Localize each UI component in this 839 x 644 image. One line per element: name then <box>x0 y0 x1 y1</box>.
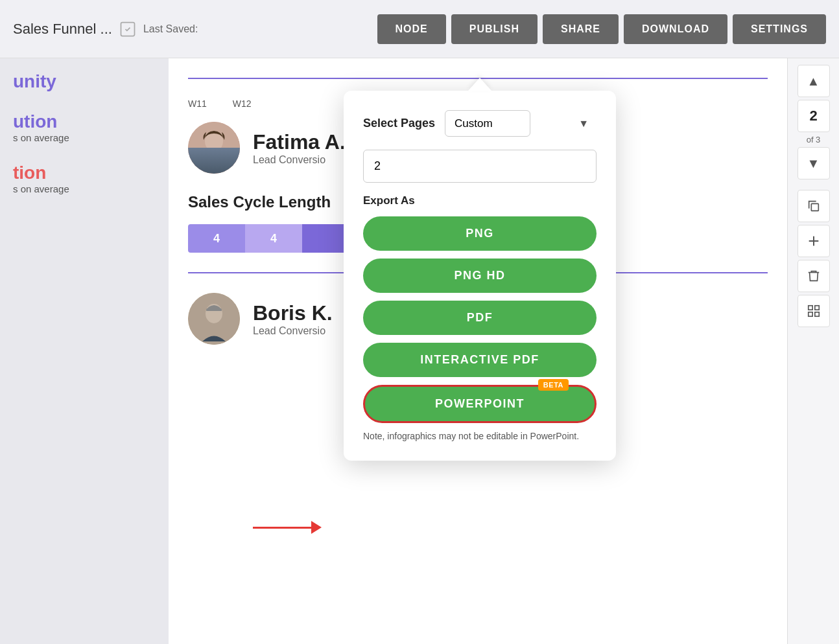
bar-segment-1: 4 <box>188 224 245 253</box>
settings-button[interactable]: SETTINGS <box>733 14 826 44</box>
person-role-boris: Lead Conversio <box>253 325 333 337</box>
svg-rect-12 <box>814 312 818 316</box>
beta-badge: BETA <box>538 379 569 391</box>
person-name-fatima: Fatima A. <box>253 130 346 154</box>
copy-button[interactable] <box>798 190 830 222</box>
png-hd-button[interactable]: PNG HD <box>363 259 597 293</box>
node-button[interactable]: NODE <box>377 14 446 44</box>
sidebar-section-2: tion s on average <box>13 163 156 194</box>
grid-button[interactable] <box>798 295 830 327</box>
of-page-text: of 3 <box>807 135 821 144</box>
grid-icon <box>807 304 821 318</box>
page-number-input[interactable] <box>363 150 597 183</box>
download-button[interactable]: DOWNLOAD <box>624 14 727 44</box>
powerpoint-label: POWERPOINT <box>435 397 525 411</box>
red-arrow <box>253 521 322 534</box>
sidebar-avg-1: s on average <box>13 132 156 143</box>
svg-rect-5 <box>206 308 222 311</box>
powerpoint-button[interactable]: BETA POWERPOINT <box>363 385 597 423</box>
red-arrow-head <box>311 521 322 534</box>
avatar-female-svg <box>188 122 240 174</box>
add-button[interactable] <box>798 225 830 257</box>
avatar-boris <box>188 293 240 345</box>
svg-rect-9 <box>808 306 812 310</box>
pages-dropdown[interactable]: Custom All Pages Current Page <box>445 110 530 137</box>
pdf-button[interactable]: PDF <box>363 301 597 335</box>
red-arrow-line <box>253 527 311 529</box>
scroll-down-button[interactable]: ▼ <box>798 147 830 179</box>
app-title: Sales Funnel ... <box>13 21 112 38</box>
person-info-boris: Boris K. Lead Conversio <box>253 301 333 337</box>
svg-rect-10 <box>814 306 818 310</box>
week-label-w11: W11 <box>188 98 207 109</box>
svg-rect-11 <box>808 312 812 316</box>
svg-point-1 <box>188 122 240 174</box>
bar-segment-2: 4 <box>245 224 302 253</box>
popup-arrow <box>468 78 491 91</box>
interactive-pdf-button[interactable]: INTERACTIVE PDF <box>363 343 597 377</box>
right-panel: ▲ 2 of 3 ▼ <box>787 58 839 644</box>
last-saved-label: Last Saved: <box>143 23 198 35</box>
delete-button[interactable] <box>798 260 830 292</box>
share-button[interactable]: SHARE <box>543 14 619 44</box>
select-pages-row: Select Pages Custom All Pages Current Pa… <box>363 110 597 137</box>
publish-button[interactable]: PUBLISH <box>451 14 538 44</box>
page-indicator: 2 <box>798 100 830 132</box>
top-bar: Sales Funnel ... Last Saved: NODE PUBLIS… <box>0 0 839 58</box>
left-sidebar: unity ution s on average tion s on avera… <box>0 58 169 644</box>
plus-icon <box>807 234 821 248</box>
sidebar-section-1: ution s on average <box>13 111 156 143</box>
select-pages-label: Select Pages <box>363 117 435 130</box>
title-area: Sales Funnel ... Last Saved: <box>13 20 224 38</box>
current-page: 2 <box>809 108 817 124</box>
avatar-fatima <box>188 122 240 174</box>
person-role-fatima: Lead Conversio <box>253 154 346 166</box>
copy-icon <box>807 199 821 213</box>
sidebar-avg-2: s on average <box>13 183 156 194</box>
dropdown-wrapper: Custom All Pages Current Page ▼ <box>445 110 597 137</box>
nav-buttons: NODE PUBLISH SHARE DOWNLOAD SETTINGS <box>377 14 826 44</box>
main-content: unity ution s on average tion s on avera… <box>0 58 839 644</box>
week-label-w12: W12 <box>233 98 252 109</box>
person-name-boris: Boris K. <box>253 301 333 325</box>
download-popup: Select Pages Custom All Pages Current Pa… <box>344 91 616 461</box>
export-as-label: Export As <box>363 194 597 207</box>
chevron-down-icon: ▼ <box>578 118 589 130</box>
png-button[interactable]: PNG <box>363 216 597 251</box>
edit-icon <box>119 20 137 38</box>
trash-icon <box>807 269 821 283</box>
person-info-fatima: Fatima A. Lead Conversio <box>253 130 346 166</box>
scroll-up-button[interactable]: ▲ <box>798 65 830 97</box>
sidebar-tion: tion <box>13 163 156 183</box>
popup-note: Note, infographics may not be editable i… <box>363 431 597 441</box>
sidebar-ution: ution <box>13 111 156 132</box>
sidebar-title-partial: unity <box>13 71 156 92</box>
avatar-male-svg <box>188 293 240 345</box>
svg-rect-6 <box>811 203 818 211</box>
